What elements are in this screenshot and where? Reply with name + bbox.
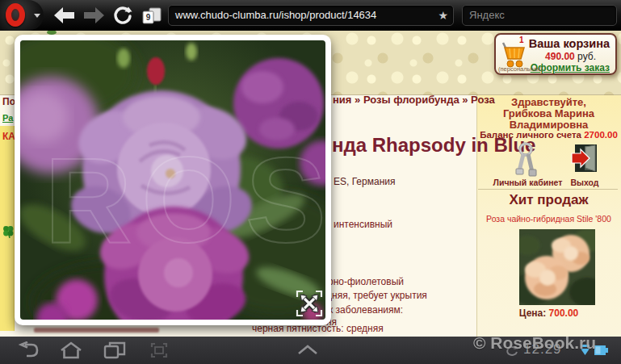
account-balance: Баланс личного счета 2700.00 xyxy=(476,130,621,140)
balance-value: 2700.00 xyxy=(584,130,618,140)
browser-toolbar: 9 www.chudo-clumba.ru/ishop/product/1463… xyxy=(0,0,621,31)
product-detail-aroma: интенсивный xyxy=(334,219,392,230)
url-text: www.chudo-clumba.ru/ishop/product/14634 xyxy=(175,9,376,21)
search-placeholder: Яндекс xyxy=(469,9,505,21)
search-input[interactable]: Яндекс xyxy=(462,5,617,26)
opera-menu-button[interactable] xyxy=(0,0,44,31)
opera-logo-icon xyxy=(6,3,25,27)
screen: По Ра КА ния » Розы флорибунда » Роза нд… xyxy=(0,0,621,364)
breadcrumb[interactable]: ния » Розы флорибунда » Роза xyxy=(333,94,495,106)
cart-title: Ваша корзина xyxy=(529,37,610,50)
sidebar-item-catalog[interactable]: КА xyxy=(2,131,15,142)
cart-currency: руб. xyxy=(577,51,596,62)
price-value: 700.00 xyxy=(549,308,579,319)
product-detail-disease-header: к заболеваниям: xyxy=(329,304,403,316)
cut-text-decoration xyxy=(34,328,159,333)
user-greeting: Здравствуйте, Грибкова Марина Владимиров… xyxy=(476,97,621,131)
forward-button[interactable] xyxy=(82,6,105,24)
reload-button[interactable] xyxy=(113,6,132,26)
screenshot-button[interactable] xyxy=(149,341,170,359)
cabinet-link[interactable]: Личный кабинет xyxy=(489,178,566,187)
sidebar-link-advanced[interactable]: Ра xyxy=(2,113,13,123)
cart-amount-value: 490.00 xyxy=(545,51,575,62)
hide-bar-chevron[interactable] xyxy=(297,345,318,355)
logout-link[interactable]: Выход xyxy=(568,178,602,187)
back-button[interactable] xyxy=(53,6,76,24)
rosebook-watermark: © RoseBook.ru xyxy=(473,333,596,353)
sidebar-divider xyxy=(478,189,618,190)
address-bar[interactable]: www.chudo-clumba.ru/ishop/product/14634 … xyxy=(168,5,454,26)
android-home-button[interactable] xyxy=(60,341,82,359)
sidebar-item-search[interactable]: По xyxy=(2,96,15,107)
tabs-button[interactable]: 9 xyxy=(142,7,163,24)
cart-widget[interactable]: 1 Ваша корзина 490.00 руб. Оформить зака… xyxy=(494,33,617,75)
bestseller-price: Цена: 700.00 xyxy=(476,308,621,319)
cart-count-badge: 1 xyxy=(519,36,524,44)
battery-status-icon xyxy=(594,345,608,356)
product-detail-hardiness: дняя, требует укрытия xyxy=(326,290,427,301)
bestsellers-header: Хит продаж xyxy=(476,192,621,208)
balance-label: Баланс личного счета xyxy=(480,130,581,140)
keys-icon[interactable] xyxy=(514,142,538,178)
product-origin: ES, Германия xyxy=(334,176,395,187)
price-label: Цена: xyxy=(519,308,547,319)
product-photo-overlay[interactable]: ROSEBOOK xyxy=(15,35,331,325)
checkout-link[interactable]: Оформить заказ xyxy=(531,62,610,73)
greeting-line: Здравствуйте, xyxy=(476,97,621,108)
fullscreen-expand-icon[interactable] xyxy=(296,290,323,317)
dropdown-caret-icon xyxy=(34,14,40,18)
clover-icon xyxy=(2,225,14,238)
logout-door-icon[interactable] xyxy=(570,144,598,173)
bestseller-product-image[interactable] xyxy=(519,229,595,305)
android-back-button[interactable] xyxy=(18,341,40,359)
bookmark-star-icon[interactable]: ★ xyxy=(438,6,448,25)
greeting-line: Владимировна xyxy=(476,119,621,131)
cart-type-note: (персональная) xyxy=(498,65,542,73)
rose-photo: ROSEBOOK xyxy=(20,40,325,320)
greeting-line: Грибкова Марина xyxy=(476,108,621,119)
tab-count: 9 xyxy=(146,13,151,22)
bestseller-product-link[interactable]: Роза чайно-гибридная Stile '800 xyxy=(478,214,619,224)
product-detail-color: рно-фиолетовый xyxy=(328,276,404,287)
photo-watermark: ROSEBOOK xyxy=(44,132,325,268)
android-recents-button[interactable] xyxy=(103,341,126,359)
cart-amount: 490.00 руб. xyxy=(545,51,596,62)
